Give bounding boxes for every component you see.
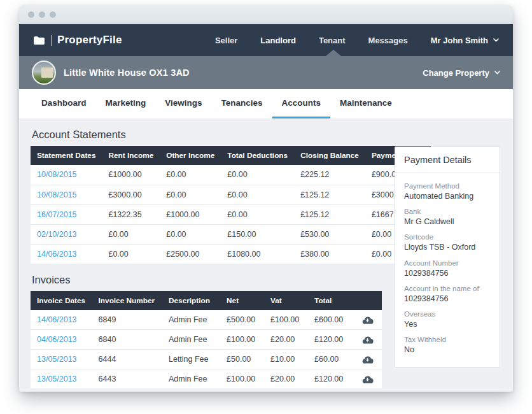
tab[interactable]: Accounts: [272, 89, 331, 118]
main-column: Account Statements Statement DatesRent I…: [31, 129, 382, 389]
invoice-total: £600.00: [308, 310, 354, 330]
statement-date-link[interactable]: 10/08/2015: [31, 185, 102, 204]
top-navbar: PropertyFile Seller Landlord Tenant Mess…: [19, 24, 513, 56]
invoice-number: 6443: [92, 369, 162, 389]
nav-item[interactable]: Landlord: [260, 36, 296, 45]
tab[interactable]: Tenancies: [212, 89, 272, 118]
invoice-total: £120.00: [308, 330, 354, 350]
invoices-column-header: Invoice Number: [92, 291, 162, 310]
window-control-dot[interactable]: [39, 11, 45, 18]
top-nav-links: Seller Landlord Tenant Messages Mr John …: [215, 36, 499, 45]
payment-detail-label: Payment Method: [404, 182, 491, 191]
payment-detail-field: Tax Withheld No: [404, 335, 491, 355]
payment-details-title: Payment Details: [395, 147, 500, 173]
payment-detail-field: Account Number 1029384756: [404, 259, 491, 278]
invoice-description: Admin Fee: [162, 369, 220, 389]
invoice-date-link[interactable]: 13/05/2013: [31, 369, 92, 389]
invoice-number: 6840: [92, 330, 162, 350]
payment-detail-value: Yes: [404, 319, 491, 329]
statement-closing-balance: £125.12: [294, 204, 365, 224]
app-logo-text: PropertyFile: [57, 34, 122, 46]
window-control-dot[interactable]: [50, 11, 56, 18]
statement-total-deductions: £0.00: [221, 204, 294, 224]
statement-row: 02/10/2013 £0.00 £0.00 £150.00 £530.00 £…: [31, 224, 431, 244]
invoices-download-column: [354, 291, 382, 310]
browser-window: PropertyFile Seller Landlord Tenant Mess…: [19, 5, 513, 392]
payment-detail-label: Bank: [404, 207, 491, 217]
statements-column-header: Closing Balance: [294, 146, 365, 165]
invoice-description: Letting Fee: [162, 350, 220, 369]
statement-row: 16/07/2015 £1322.35 £1000.00 £0.00 £125.…: [31, 204, 431, 224]
statement-date-link[interactable]: 16/07/2015: [31, 204, 102, 224]
invoice-date-link[interactable]: 14/06/2013: [31, 310, 92, 330]
payment-detail-label: Tax Withheld: [404, 335, 491, 345]
statement-other-income: £1000.00: [160, 204, 221, 224]
cloud-download-icon[interactable]: [361, 336, 374, 344]
cloud-download-icon[interactable]: [361, 375, 374, 383]
property-name: Little White House OX1 3AD: [64, 68, 190, 78]
invoice-row: 13/05/2013 6444 Letting Fee £50.00 £10.0…: [31, 350, 382, 369]
window-chrome: [19, 5, 513, 24]
change-property-button[interactable]: Change Property: [423, 68, 500, 78]
statement-row: 10/08/2015 £1000.00 £0.00 £0.00 £225.12 …: [31, 165, 431, 185]
invoices-table: Invoice DatesInvoice NumberDescriptionNe…: [31, 291, 382, 390]
payment-detail-field: Overseas Yes: [404, 310, 491, 329]
cloud-download-icon[interactable]: [361, 355, 374, 364]
invoice-date-link[interactable]: 13/05/2013: [31, 350, 92, 369]
nav-item[interactable]: Seller: [215, 36, 237, 45]
tab[interactable]: Dashboard: [32, 89, 96, 118]
statement-closing-balance: £530.00: [294, 224, 365, 244]
invoices-column-header: Description: [162, 291, 220, 310]
tab[interactable]: Maintenance: [330, 89, 402, 118]
invoice-total: £60.00: [308, 350, 354, 369]
statement-total-deductions: £1080.00: [221, 244, 294, 264]
statement-rent-income: £3000.00: [102, 185, 160, 204]
payment-detail-value: No: [404, 345, 491, 355]
user-menu-label: Mr John Smith: [431, 36, 488, 45]
payment-detail-label: Sortcode: [404, 232, 491, 242]
invoice-number: 6849: [92, 310, 162, 330]
tab[interactable]: Viewings: [155, 89, 211, 118]
statement-total-deductions: £150.00: [221, 224, 294, 244]
statements-column-header: Total Deductions: [221, 146, 294, 165]
cloud-download-icon[interactable]: [361, 316, 374, 324]
statement-closing-balance: £380.00: [294, 244, 365, 264]
statement-rent-income: £1322.35: [102, 204, 160, 224]
statement-date-link[interactable]: 10/08/2015: [31, 165, 102, 185]
invoice-row: 14/06/2013 6849 Admin Fee £500.00 £100.0…: [31, 310, 382, 330]
statement-closing-balance: £125.12: [294, 185, 365, 204]
payment-details-fields: Payment Method Automated Banking Bank Mr…: [395, 173, 500, 367]
invoice-net: £100.00: [220, 369, 264, 389]
invoice-vat: £20.00: [264, 369, 308, 389]
invoice-vat: £20.00: [264, 330, 308, 350]
payment-detail-label: Overseas: [404, 310, 491, 319]
payment-detail-field: Account in the name of 1029384756: [404, 284, 491, 304]
statements-title: Account Statements: [32, 129, 382, 141]
logo-divider: [51, 35, 52, 46]
payment-detail-label: Account Number: [404, 259, 491, 268]
folder-icon: [33, 36, 45, 45]
window-control-dot[interactable]: [28, 11, 34, 18]
invoice-date-link[interactable]: 04/06/2013: [31, 330, 92, 350]
tab[interactable]: Marketing: [96, 89, 156, 118]
nav-item[interactable]: Messages: [368, 36, 408, 45]
payment-detail-field: Bank Mr G Caldwell: [404, 207, 491, 227]
invoices-column-header: Vat: [264, 291, 308, 310]
chevron-down-icon: [493, 38, 499, 42]
nav-item[interactable]: Tenant: [319, 36, 346, 45]
statement-rent-income: £0.00: [102, 224, 160, 244]
invoice-number: 6444: [92, 350, 162, 369]
invoice-net: £50.00: [220, 350, 264, 369]
user-menu[interactable]: Mr John Smith: [431, 36, 499, 45]
statement-total-deductions: £0.00: [221, 165, 294, 185]
payment-detail-value: 1029384756: [404, 294, 491, 304]
page-content: Account Statements Statement DatesRent I…: [19, 118, 513, 392]
invoice-net: £100.00: [220, 330, 264, 350]
invoice-row: 04/06/2013 6840 Admin Fee £100.00 £20.00…: [31, 330, 382, 350]
section-tabs: Dashboard Marketing Viewings Tenancies A…: [19, 89, 513, 118]
statement-date-link[interactable]: 14/06/2013: [31, 244, 102, 264]
invoices-column-header: Total: [308, 291, 354, 310]
active-nav-pointer: [326, 50, 341, 56]
invoices-title: Invoices: [32, 274, 382, 286]
statement-date-link[interactable]: 02/10/2013: [31, 224, 102, 244]
